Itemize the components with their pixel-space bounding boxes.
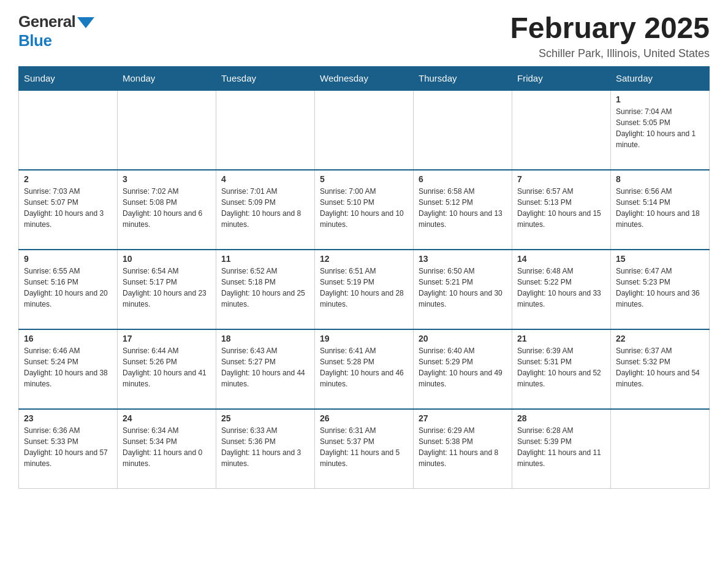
weekday-header-wednesday: Wednesday — [315, 66, 414, 90]
weekday-header-thursday: Thursday — [414, 66, 512, 90]
day-info: Sunrise: 6:37 AMSunset: 5:32 PMDaylight:… — [616, 345, 704, 389]
day-number: 7 — [517, 174, 605, 184]
logo-general-text: General — [18, 12, 75, 31]
day-number: 18 — [221, 334, 309, 343]
calendar-cell: 16Sunrise: 6:46 AMSunset: 5:24 PMDayligh… — [19, 329, 118, 409]
day-number: 6 — [419, 174, 507, 184]
day-number: 14 — [517, 254, 605, 264]
calendar-cell: 15Sunrise: 6:47 AMSunset: 5:23 PMDayligh… — [611, 250, 710, 329]
calendar-cell — [512, 90, 611, 170]
calendar-week-4: 16Sunrise: 6:46 AMSunset: 5:24 PMDayligh… — [19, 329, 710, 409]
calendar-cell: 6Sunrise: 6:58 AMSunset: 5:12 PMDaylight… — [414, 170, 512, 250]
calendar-cell: 3Sunrise: 7:02 AMSunset: 5:08 PMDaylight… — [118, 170, 216, 250]
calendar-cell: 24Sunrise: 6:34 AMSunset: 5:34 PMDayligh… — [118, 409, 216, 489]
day-number: 13 — [419, 254, 507, 264]
day-number: 2 — [24, 174, 112, 184]
calendar-cell: 1Sunrise: 7:04 AMSunset: 5:05 PMDaylight… — [611, 90, 710, 170]
day-number: 24 — [123, 413, 211, 423]
weekday-header-sunday: Sunday — [19, 66, 118, 90]
day-number: 17 — [123, 334, 211, 343]
calendar-cell: 10Sunrise: 6:54 AMSunset: 5:17 PMDayligh… — [118, 250, 216, 329]
calendar-cell: 22Sunrise: 6:37 AMSunset: 5:32 PMDayligh… — [611, 329, 710, 409]
calendar-cell: 7Sunrise: 6:57 AMSunset: 5:13 PMDaylight… — [512, 170, 611, 250]
weekday-header-saturday: Saturday — [611, 66, 710, 90]
calendar-week-2: 2Sunrise: 7:03 AMSunset: 5:07 PMDaylight… — [19, 170, 710, 250]
day-info: Sunrise: 6:29 AMSunset: 5:38 PMDaylight:… — [419, 425, 507, 469]
day-info: Sunrise: 6:33 AMSunset: 5:36 PMDaylight:… — [221, 425, 309, 469]
day-info: Sunrise: 6:48 AMSunset: 5:22 PMDaylight:… — [517, 266, 605, 310]
calendar-cell: 2Sunrise: 7:03 AMSunset: 5:07 PMDaylight… — [19, 170, 118, 250]
day-info: Sunrise: 6:31 AMSunset: 5:37 PMDaylight:… — [320, 425, 408, 469]
day-number: 12 — [320, 254, 408, 264]
weekday-header-tuesday: Tuesday — [216, 66, 315, 90]
calendar-cell: 17Sunrise: 6:44 AMSunset: 5:26 PMDayligh… — [118, 329, 216, 409]
calendar-cell: 14Sunrise: 6:48 AMSunset: 5:22 PMDayligh… — [512, 250, 611, 329]
day-number: 10 — [123, 254, 211, 264]
day-number: 21 — [517, 334, 605, 343]
day-number: 5 — [320, 174, 408, 184]
day-number: 9 — [24, 254, 112, 264]
calendar-cell: 21Sunrise: 6:39 AMSunset: 5:31 PMDayligh… — [512, 329, 611, 409]
day-info: Sunrise: 6:52 AMSunset: 5:18 PMDaylight:… — [221, 266, 309, 310]
calendar-cell: 19Sunrise: 6:41 AMSunset: 5:28 PMDayligh… — [315, 329, 414, 409]
calendar-cell: 18Sunrise: 6:43 AMSunset: 5:27 PMDayligh… — [216, 329, 315, 409]
day-info: Sunrise: 6:39 AMSunset: 5:31 PMDaylight:… — [517, 345, 605, 389]
weekday-header-friday: Friday — [512, 66, 611, 90]
calendar-cell: 8Sunrise: 6:56 AMSunset: 5:14 PMDaylight… — [611, 170, 710, 250]
calendar-week-5: 23Sunrise: 6:36 AMSunset: 5:33 PMDayligh… — [19, 409, 710, 489]
day-number: 19 — [320, 334, 408, 343]
day-number: 20 — [419, 334, 507, 343]
day-info: Sunrise: 6:50 AMSunset: 5:21 PMDaylight:… — [419, 266, 507, 310]
weekday-header-row: SundayMondayTuesdayWednesdayThursdayFrid… — [19, 66, 710, 90]
day-info: Sunrise: 6:54 AMSunset: 5:17 PMDaylight:… — [123, 266, 211, 310]
day-info: Sunrise: 6:43 AMSunset: 5:27 PMDaylight:… — [221, 345, 309, 389]
calendar-cell: 4Sunrise: 7:01 AMSunset: 5:09 PMDaylight… — [216, 170, 315, 250]
calendar-cell — [611, 409, 710, 489]
day-info: Sunrise: 6:46 AMSunset: 5:24 PMDaylight:… — [24, 345, 112, 389]
day-number: 3 — [123, 174, 211, 184]
day-number: 22 — [616, 334, 704, 343]
day-number: 28 — [517, 413, 605, 423]
calendar-cell: 25Sunrise: 6:33 AMSunset: 5:36 PMDayligh… — [216, 409, 315, 489]
day-number: 11 — [221, 254, 309, 264]
weekday-header-monday: Monday — [118, 66, 216, 90]
day-info: Sunrise: 6:51 AMSunset: 5:19 PMDaylight:… — [320, 266, 408, 310]
calendar-header: SundayMondayTuesdayWednesdayThursdayFrid… — [19, 66, 710, 90]
calendar-cell: 13Sunrise: 6:50 AMSunset: 5:21 PMDayligh… — [414, 250, 512, 329]
calendar-cell — [414, 90, 512, 170]
calendar-cell: 11Sunrise: 6:52 AMSunset: 5:18 PMDayligh… — [216, 250, 315, 329]
day-number: 8 — [616, 174, 704, 184]
calendar-cell: 23Sunrise: 6:36 AMSunset: 5:33 PMDayligh… — [19, 409, 118, 489]
day-info: Sunrise: 7:04 AMSunset: 5:05 PMDaylight:… — [616, 106, 704, 150]
day-number: 4 — [221, 174, 309, 184]
calendar-cell: 5Sunrise: 7:00 AMSunset: 5:10 PMDaylight… — [315, 170, 414, 250]
logo: General Blue — [18, 12, 94, 50]
day-info: Sunrise: 6:34 AMSunset: 5:34 PMDaylight:… — [123, 425, 211, 469]
calendar-cell: 12Sunrise: 6:51 AMSunset: 5:19 PMDayligh… — [315, 250, 414, 329]
calendar-cell — [19, 90, 118, 170]
day-number: 27 — [419, 413, 507, 423]
calendar-cell: 26Sunrise: 6:31 AMSunset: 5:37 PMDayligh… — [315, 409, 414, 489]
calendar-cell: 28Sunrise: 6:28 AMSunset: 5:39 PMDayligh… — [512, 409, 611, 489]
day-info: Sunrise: 6:56 AMSunset: 5:14 PMDaylight:… — [616, 186, 704, 230]
logo-arrow-icon — [77, 17, 94, 28]
day-info: Sunrise: 6:47 AMSunset: 5:23 PMDaylight:… — [616, 266, 704, 310]
day-info: Sunrise: 6:57 AMSunset: 5:13 PMDaylight:… — [517, 186, 605, 230]
day-number: 26 — [320, 413, 408, 423]
day-info: Sunrise: 6:41 AMSunset: 5:28 PMDaylight:… — [320, 345, 408, 389]
page-header: General Blue February 2025 Schiller Park… — [18, 12, 710, 60]
calendar-cell — [216, 90, 315, 170]
calendar-subtitle: Schiller Park, Illinois, United States — [510, 47, 710, 60]
calendar-title: February 2025 — [510, 12, 710, 45]
day-info: Sunrise: 6:36 AMSunset: 5:33 PMDaylight:… — [24, 425, 112, 469]
calendar-week-1: 1Sunrise: 7:04 AMSunset: 5:05 PMDaylight… — [19, 90, 710, 170]
day-info: Sunrise: 7:01 AMSunset: 5:09 PMDaylight:… — [221, 186, 309, 230]
day-info: Sunrise: 6:55 AMSunset: 5:16 PMDaylight:… — [24, 266, 112, 310]
day-number: 25 — [221, 413, 309, 423]
day-info: Sunrise: 7:02 AMSunset: 5:08 PMDaylight:… — [123, 186, 211, 230]
day-info: Sunrise: 7:00 AMSunset: 5:10 PMDaylight:… — [320, 186, 408, 230]
calendar-cell: 27Sunrise: 6:29 AMSunset: 5:38 PMDayligh… — [414, 409, 512, 489]
calendar-week-3: 9Sunrise: 6:55 AMSunset: 5:16 PMDaylight… — [19, 250, 710, 329]
calendar-cell: 20Sunrise: 6:40 AMSunset: 5:29 PMDayligh… — [414, 329, 512, 409]
calendar-cell — [118, 90, 216, 170]
